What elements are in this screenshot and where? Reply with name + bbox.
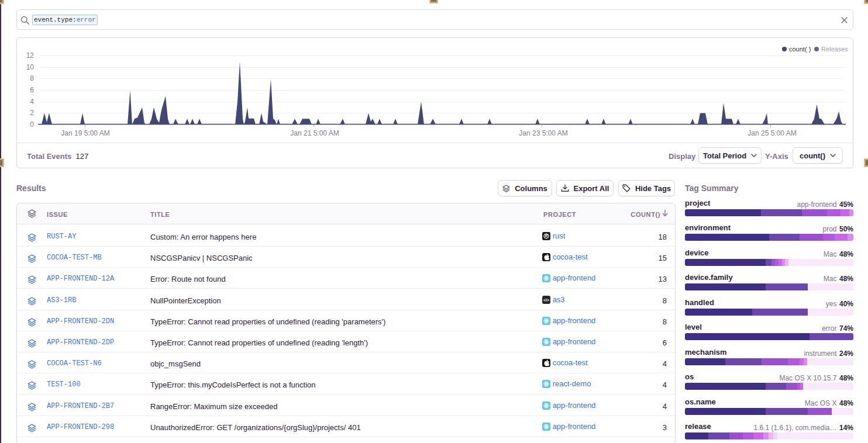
svg-text:</>: </> xyxy=(543,298,549,302)
svg-text:R: R xyxy=(545,234,548,238)
